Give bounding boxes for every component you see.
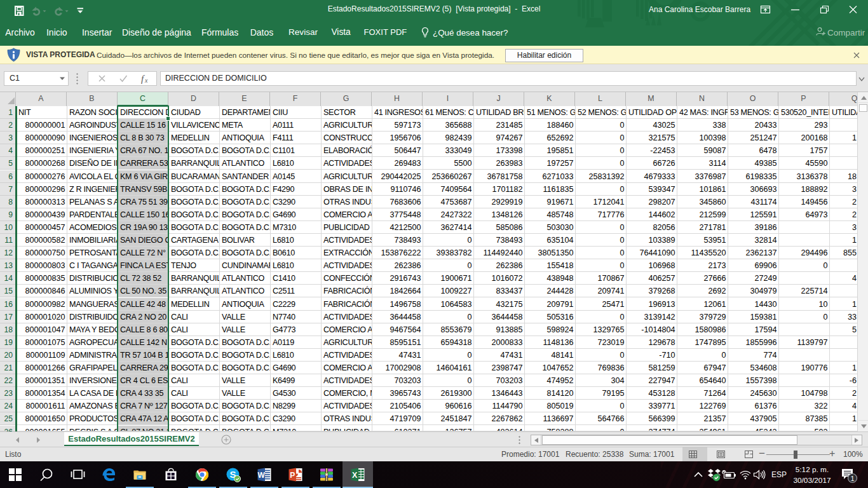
svg-text:P: P — [290, 471, 295, 480]
svg-text:x: x — [144, 77, 148, 84]
svg-text:W: W — [258, 471, 266, 480]
svg-text:X: X — [352, 471, 358, 480]
svg-text:1: 1 — [850, 475, 854, 482]
